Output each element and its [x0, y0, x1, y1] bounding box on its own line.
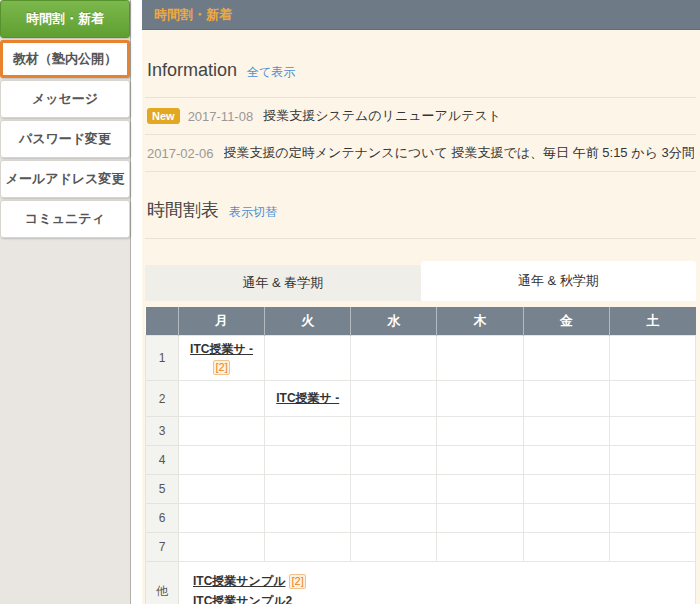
app-window: 時間割・新着教材（塾内公開）メッセージパスワード変更メールアドレス変更コミュニテ… — [0, 0, 700, 604]
news-item-1[interactable]: New2017-11-08授業支援システムのリニューアルテスト — [145, 98, 696, 135]
timetable-cell — [265, 417, 351, 446]
timetable-cell — [523, 381, 609, 417]
table-row: 5 — [146, 475, 696, 504]
sidebar-item-2[interactable]: 教材（塾内公開） — [0, 40, 130, 78]
day-column-header-5: 金 — [523, 307, 609, 336]
sidebar: 時間割・新着教材（塾内公開）メッセージパスワード変更メールアドレス変更コミュニテ… — [0, 0, 131, 604]
day-column-header-6: 土 — [609, 307, 695, 336]
table-row: 1ITC授業サ -[2] — [146, 336, 696, 381]
timetable-cell — [351, 446, 437, 475]
other-course-line: ITC授業サンプル2 — [193, 593, 695, 604]
period-label: 3 — [146, 417, 179, 446]
day-column-header-3: 水 — [351, 307, 437, 336]
sidebar-item-3[interactable]: メッセージ — [0, 80, 130, 118]
timetable-cell — [179, 417, 265, 446]
timetable-cell — [351, 533, 437, 562]
timetable-cell — [609, 504, 695, 533]
course-link[interactable]: ITC授業サ - — [190, 342, 253, 356]
timetable-heading: 時間割表 — [147, 198, 219, 222]
timetable-cell — [265, 475, 351, 504]
timetable-cell — [437, 504, 523, 533]
timetable-cell — [265, 533, 351, 562]
timetable-cell — [609, 475, 695, 504]
timetable-cell — [265, 504, 351, 533]
day-column-header-2: 火 — [265, 307, 351, 336]
day-column-header-4: 木 — [437, 307, 523, 336]
timetable-cell — [523, 533, 609, 562]
corner-cell — [146, 307, 179, 336]
new-badge: New — [147, 108, 180, 124]
timetable-cell — [351, 475, 437, 504]
period-label: 7 — [146, 533, 179, 562]
news-title: 授業支援の定時メンテナンスについて 授業支援では、毎日 午前 5:15 から 3… — [224, 144, 695, 162]
timetable-cell — [523, 504, 609, 533]
period-label: 2 — [146, 381, 179, 417]
timetable-cell — [437, 475, 523, 504]
count-badge[interactable]: [2] — [289, 574, 305, 589]
show-all-link[interactable]: 全て表示 — [247, 64, 295, 81]
sidebar-item-4[interactable]: パスワード変更 — [0, 120, 130, 158]
timetable-cell — [609, 381, 695, 417]
divider — [145, 238, 696, 239]
day-column-header-1: 月 — [179, 307, 265, 336]
course-link[interactable]: ITC授業サンプル — [193, 574, 285, 588]
information-heading-row: Information 全て表示 — [147, 60, 696, 81]
timetable-cell — [437, 417, 523, 446]
timetable-cell — [179, 504, 265, 533]
timetable-cell — [179, 533, 265, 562]
timetable-cell — [609, 417, 695, 446]
course-link[interactable]: ITC授業サ - — [276, 391, 339, 405]
timetable-cell — [351, 381, 437, 417]
badge-line: [2] — [180, 360, 263, 375]
period-label: 4 — [146, 446, 179, 475]
course-link[interactable]: ITC授業サンプル2 — [193, 594, 292, 604]
sidebar-item-6[interactable]: コミュニティ — [0, 200, 130, 238]
tab-semester-2[interactable]: 通年 & 秋学期 — [421, 261, 697, 301]
other-course-line: ITC授業サンプル[2] — [193, 573, 695, 590]
sidebar-item-5[interactable]: メールアドレス変更 — [0, 160, 130, 198]
count-badge[interactable]: [2] — [213, 360, 229, 375]
timetable-cell — [609, 533, 695, 562]
timetable: 月火水木金土 1ITC授業サ -[2]2ITC授業サ -34567他ITC授業サ… — [145, 307, 696, 604]
information-heading: Information — [147, 60, 237, 81]
table-row: 4 — [146, 446, 696, 475]
news-date: 2017-02-06 — [147, 146, 214, 161]
timetable-cell — [179, 446, 265, 475]
period-label: 6 — [146, 504, 179, 533]
period-label: 5 — [146, 475, 179, 504]
news-list: New2017-11-08授業支援システムのリニューアルテスト2017-02-0… — [145, 98, 696, 172]
main-area: 時間割・新着 Information 全て表示 New2017-11-08授業支… — [142, 0, 700, 604]
timetable-cell — [351, 504, 437, 533]
timetable-heading-row: 時間割表 表示切替 — [147, 198, 696, 222]
timetable-cell — [179, 475, 265, 504]
timetable-cell — [609, 446, 695, 475]
timetable-cell — [437, 446, 523, 475]
table-row: 3 — [146, 417, 696, 446]
timetable-cell: ITC授業サ -[2] — [179, 336, 265, 381]
timetable-cell: ITC授業サ - — [265, 381, 351, 417]
header-bar: 時間割・新着 — [142, 0, 700, 30]
sidebar-item-1[interactable]: 時間割・新着 — [0, 0, 130, 38]
timetable-cell — [609, 336, 695, 381]
news-item-2[interactable]: 2017-02-06授業支援の定時メンテナンスについて 授業支援では、毎日 午前… — [145, 135, 696, 172]
table-row-other: 他ITC授業サンプル[2]ITC授業サンプル2 — [146, 562, 696, 604]
table-row: 6 — [146, 504, 696, 533]
timetable-cell — [523, 475, 609, 504]
table-row: 2ITC授業サ - — [146, 381, 696, 417]
timetable-cell — [523, 336, 609, 381]
news-date: 2017-11-08 — [188, 109, 254, 124]
news-title: 授業支援システムのリニューアルテスト — [263, 107, 501, 125]
timetable-cell — [351, 336, 437, 381]
timetable-cell — [437, 533, 523, 562]
main-content: Information 全て表示 New2017-11-08授業支援システムのリ… — [142, 30, 700, 604]
timetable-cell — [437, 336, 523, 381]
timetable-cell — [265, 336, 351, 381]
display-toggle-link[interactable]: 表示切替 — [229, 204, 277, 221]
timetable-cell — [523, 446, 609, 475]
period-label: 1 — [146, 336, 179, 381]
tab-semester-1[interactable]: 通年 & 春学期 — [145, 265, 421, 301]
other-courses-cell: ITC授業サンプル[2]ITC授業サンプル2 — [179, 562, 696, 604]
timetable-cell — [437, 381, 523, 417]
semester-tabs: 通年 & 春学期通年 & 秋学期 — [145, 261, 696, 301]
other-label: 他 — [146, 562, 179, 604]
